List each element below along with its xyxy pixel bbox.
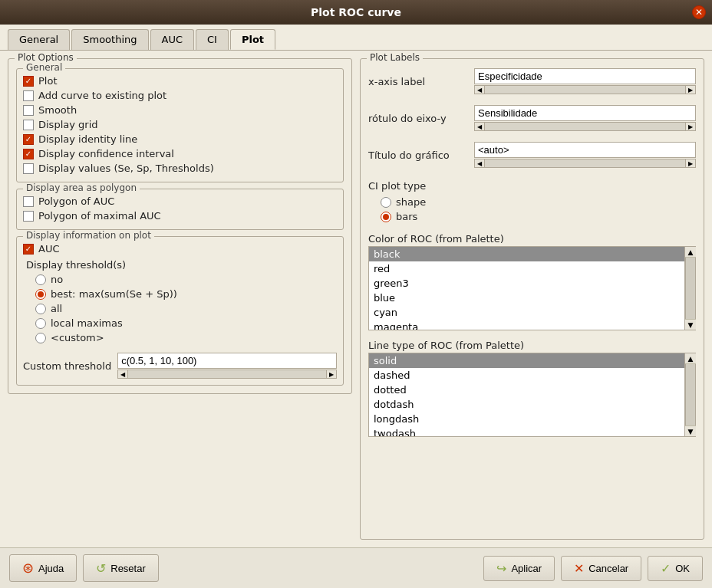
xaxis-input[interactable] (474, 68, 696, 84)
color-item-black[interactable]: black (369, 247, 684, 261)
line-scroll-up[interactable]: ▲ (685, 353, 696, 364)
checkbox-plot[interactable] (23, 76, 34, 87)
custom-threshold-scroll-right[interactable]: ▶ (326, 370, 337, 379)
checkbox-add-curve-row: Add curve to existing plot (23, 88, 337, 103)
checkbox-add-curve[interactable] (23, 90, 34, 101)
custom-threshold-scroll-left[interactable]: ◀ (117, 370, 128, 379)
checkbox-poly-auc-label[interactable]: Polygon of AUC (38, 195, 114, 207)
color-item-red[interactable]: red (369, 261, 684, 276)
cancelar-button[interactable]: ✕ Cancelar (561, 556, 641, 581)
xaxis-label: x-axis label (368, 76, 468, 87)
tab-smoothing[interactable]: Smoothing (71, 29, 148, 50)
checkbox-identity-label[interactable]: Display identity line (38, 133, 137, 145)
radio-shape[interactable] (381, 197, 391, 208)
line-item-longdash[interactable]: longdash (369, 412, 684, 426)
ajuda-button[interactable]: ⊛ Ajuda (9, 554, 77, 582)
radio-no[interactable] (35, 274, 46, 285)
radio-local-label[interactable]: local maximas (51, 317, 123, 329)
close-button[interactable]: ✕ (692, 5, 706, 19)
checkbox-ci[interactable] (23, 149, 34, 159)
yaxis-scrollbar[interactable] (485, 122, 685, 131)
radio-custom[interactable] (35, 333, 46, 343)
radio-best[interactable] (35, 289, 46, 300)
title-scrollbar[interactable] (485, 159, 685, 168)
ok-button[interactable]: ✓ OK (648, 556, 703, 581)
checkbox-poly-auc[interactable] (23, 196, 34, 207)
checkbox-ci-label[interactable]: Display confidence interval (38, 148, 174, 159)
yaxis-label: rótulo do eixo-y (368, 113, 468, 124)
checkbox-auc-label[interactable]: AUC (38, 243, 60, 255)
aplicar-button[interactable]: ↪ Aplicar (483, 556, 555, 581)
radio-custom-label[interactable]: <custom> (51, 332, 104, 343)
tab-plot[interactable]: Plot (230, 29, 275, 50)
xaxis-scroll-left[interactable]: ◀ (474, 85, 485, 94)
checkbox-poly-max-label[interactable]: Polygon of maximal AUC (38, 210, 161, 222)
title-scroll-left[interactable]: ◀ (474, 159, 485, 168)
title-input[interactable] (474, 142, 696, 158)
line-scroll-down[interactable]: ▼ (685, 425, 696, 436)
radio-all[interactable] (35, 304, 46, 314)
plot-labels-group: Plot Labels x-axis label ◀ ▶ (360, 58, 704, 540)
general-subgroup-title: General (23, 62, 65, 73)
line-item-dotted[interactable]: dotted (369, 383, 684, 397)
checkbox-grid[interactable] (23, 120, 34, 130)
display-info-subgroup: Display information on plot AUC Display … (16, 236, 344, 386)
line-scroll-track[interactable] (686, 364, 695, 425)
plot-labels-title: Plot Labels (367, 52, 423, 63)
title-scroll-right[interactable]: ▶ (685, 159, 696, 168)
checkbox-values-row: Display values (Se, Sp, Thresholds) (23, 161, 337, 176)
radio-all-row: all (23, 301, 337, 316)
checkbox-auc[interactable] (23, 244, 34, 255)
custom-threshold-scroll: ◀ ▶ (117, 370, 337, 379)
radio-no-label[interactable]: no (51, 274, 63, 285)
general-subgroup: General Plot Add curve to existing plot … (16, 68, 344, 182)
yaxis-scroll: ◀ ▶ (474, 122, 696, 131)
radio-all-label[interactable]: all (51, 303, 62, 314)
line-item-dashed[interactable]: dashed (369, 368, 684, 383)
color-scroll-track[interactable] (686, 258, 695, 319)
checkbox-poly-max-row: Polygon of maximal AUC (23, 209, 337, 223)
yaxis-scroll-right[interactable]: ▶ (685, 122, 696, 131)
resetar-button[interactable]: ↺ Resetar (83, 554, 159, 582)
checkbox-smooth[interactable] (23, 105, 34, 116)
line-item-twodash[interactable]: twodash (369, 426, 684, 437)
resetar-label: Resetar (110, 563, 146, 574)
checkbox-poly-auc-row: Polygon of AUC (23, 194, 337, 209)
radio-bars[interactable] (381, 212, 391, 222)
tab-auc[interactable]: AUC (150, 29, 195, 50)
xaxis-scroll-right[interactable]: ▶ (685, 85, 696, 94)
tab-general[interactable]: General (8, 29, 70, 50)
color-item-cyan[interactable]: cyan (369, 305, 684, 320)
title-label: Título do gráfico (368, 149, 468, 161)
yaxis-scroll-left[interactable]: ◀ (474, 122, 485, 131)
checkbox-identity[interactable] (23, 134, 34, 145)
color-item-blue[interactable]: blue (369, 291, 684, 305)
checkbox-add-curve-label[interactable]: Add curve to existing plot (38, 90, 166, 101)
checkbox-values[interactable] (23, 163, 34, 174)
checkbox-smooth-label[interactable]: Smooth (38, 104, 77, 116)
checkbox-plot-label[interactable]: Plot (38, 75, 58, 87)
radio-shape-label[interactable]: shape (396, 196, 426, 208)
custom-threshold-scrollbar[interactable] (128, 370, 326, 379)
xaxis-scrollbar[interactable] (485, 85, 685, 94)
checkbox-poly-max[interactable] (23, 211, 34, 222)
color-item-green3[interactable]: green3 (369, 276, 684, 291)
tab-ci[interactable]: CI (196, 29, 229, 50)
radio-bars-label[interactable]: bars (396, 211, 417, 222)
line-listbox-container: solid dashed dotted dotdash longdash two… (368, 353, 696, 437)
line-item-solid[interactable]: solid (369, 353, 684, 368)
radio-best-label[interactable]: best: max(sum(Se + Sp)) (51, 288, 177, 300)
custom-threshold-input[interactable] (117, 353, 337, 369)
color-roc-section: Color of ROC (from Palette) black red gr… (368, 232, 696, 330)
radio-local[interactable] (35, 318, 46, 329)
color-scroll-up[interactable]: ▲ (685, 247, 696, 258)
color-scroll-down[interactable]: ▼ (685, 319, 696, 330)
yaxis-input[interactable] (474, 105, 696, 121)
line-listbox[interactable]: solid dashed dotted dotdash longdash two… (368, 353, 685, 437)
cancelar-label: Cancelar (588, 563, 628, 574)
checkbox-grid-label[interactable]: Display grid (38, 119, 98, 130)
line-item-dotdash[interactable]: dotdash (369, 397, 684, 412)
color-listbox[interactable]: black red green3 blue cyan magenta (368, 246, 685, 330)
color-item-magenta[interactable]: magenta (369, 320, 684, 330)
checkbox-values-label[interactable]: Display values (Se, Sp, Thresholds) (38, 163, 214, 174)
